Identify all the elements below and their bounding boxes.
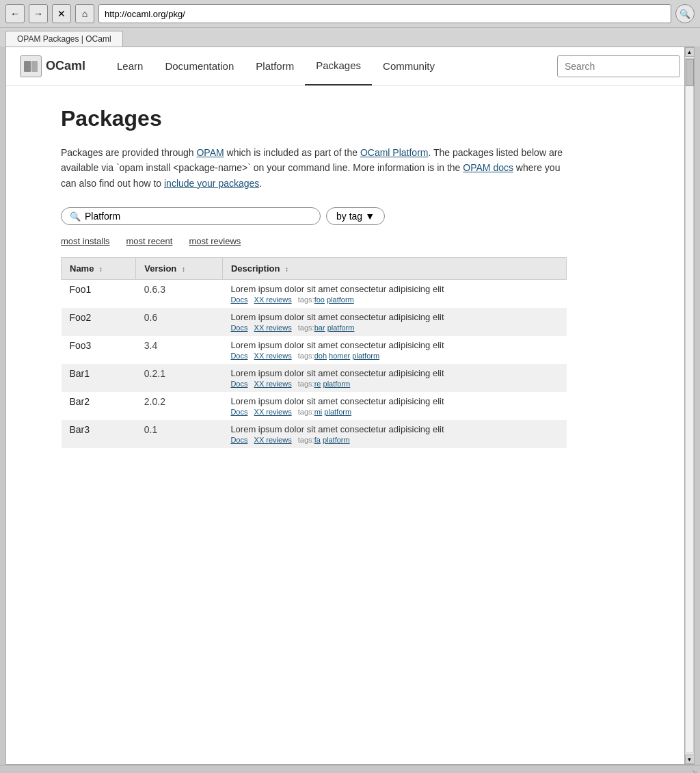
- pkg-name: Bar3: [70, 424, 90, 435]
- tag-link[interactable]: platform: [323, 436, 350, 444]
- back-button[interactable]: ←: [5, 4, 25, 23]
- reviews-link[interactable]: XX reviews: [254, 352, 292, 360]
- scrollbar[interactable]: ▲ ▼: [684, 47, 694, 764]
- logo[interactable]: OCaml: [20, 55, 85, 77]
- browser-search-button[interactable]: 🔍: [675, 4, 695, 23]
- tags-label: tags:: [298, 436, 314, 444]
- opam-link[interactable]: OPAM: [196, 147, 224, 158]
- tag-link[interactable]: bar: [314, 324, 325, 332]
- search-icon: 🔍: [70, 211, 81, 222]
- sort-tab-reviews[interactable]: most reviews: [189, 236, 241, 249]
- home-button[interactable]: ⌂: [75, 4, 94, 23]
- nav-links: Learn Documentation Platform Packages Co…: [106, 47, 557, 86]
- reviews-link[interactable]: XX reviews: [254, 380, 292, 388]
- table-header-row: Name ↕ Version ↕ Description ↕: [62, 258, 567, 280]
- by-tag-label: by tag: [336, 211, 362, 222]
- pkg-version: 0.1: [144, 424, 157, 435]
- scroll-up-arrow[interactable]: ▲: [685, 47, 695, 57]
- pkg-name: Foo3: [70, 340, 92, 351]
- table-row[interactable]: Bar10.2.1 Lorem ipsum dolor sit amet con…: [62, 364, 567, 392]
- docs-link[interactable]: Docs: [230, 296, 247, 304]
- nav-search-input[interactable]: [557, 55, 680, 77]
- nav-link-documentation[interactable]: Documentation: [154, 47, 245, 86]
- table-row[interactable]: Foo20.6 Lorem ipsum dolor sit amet conse…: [62, 308, 567, 336]
- scrollbar-track[interactable]: [685, 58, 694, 753]
- pkg-version: 0.6: [144, 312, 157, 323]
- address-bar[interactable]: [98, 4, 671, 23]
- pkg-name: Foo1: [70, 284, 92, 295]
- resize-handle[interactable]: ↘: [692, 768, 697, 773]
- version-sort-icon: ↕: [182, 265, 185, 273]
- table-row[interactable]: Foo33.4 Lorem ipsum dolor sit amet conse…: [62, 336, 567, 364]
- filter-search-input[interactable]: [85, 211, 312, 222]
- pkg-description: Lorem ipsum dolor sit amet consectetur a…: [230, 340, 558, 350]
- col-name[interactable]: Name ↕: [62, 258, 136, 280]
- svg-rect-0: [24, 61, 31, 72]
- pkg-version: 2.0.2: [144, 396, 165, 407]
- stop-button[interactable]: ✕: [52, 4, 71, 23]
- svg-rect-1: [31, 61, 38, 72]
- table-row[interactable]: Bar30.1 Lorem ipsum dolor sit amet conse…: [62, 420, 567, 448]
- tag-link[interactable]: doh: [314, 352, 327, 360]
- intro-text: Packages are provided through OPAM which…: [61, 145, 567, 191]
- pkg-name: Foo2: [70, 312, 92, 323]
- platform-link[interactable]: OCaml Platform: [360, 147, 429, 158]
- browser-tab[interactable]: OPAM Packages | OCaml: [5, 31, 123, 47]
- pkg-version: 0.6.3: [144, 284, 165, 295]
- docs-link[interactable]: Docs: [230, 380, 247, 388]
- pkg-description: Lorem ipsum dolor sit amet consectetur a…: [230, 424, 558, 434]
- logo-text: OCaml: [46, 59, 85, 73]
- sort-tabs: most installs most recent most reviews: [61, 236, 567, 249]
- nav-link-platform[interactable]: Platform: [245, 47, 305, 86]
- nav-link-packages[interactable]: Packages: [305, 47, 372, 86]
- tag-link[interactable]: homer: [329, 352, 350, 360]
- tags-label: tags:: [298, 296, 314, 304]
- reviews-link[interactable]: XX reviews: [254, 324, 292, 332]
- opam-docs-link[interactable]: OPAM docs: [463, 162, 513, 173]
- docs-link[interactable]: Docs: [230, 352, 247, 360]
- tag-link[interactable]: platform: [323, 380, 351, 388]
- tags-label: tags:: [298, 352, 314, 360]
- pkg-description: Lorem ipsum dolor sit amet consectetur a…: [230, 284, 558, 294]
- include-packages-link[interactable]: include your packages: [164, 178, 259, 189]
- tag-link[interactable]: re: [314, 380, 321, 388]
- sort-tab-recent[interactable]: most recent: [126, 236, 173, 249]
- col-version[interactable]: Version ↕: [136, 258, 223, 280]
- pkg-meta: Docs XX reviews tags:mi platform: [230, 408, 558, 416]
- table-row[interactable]: Bar22.0.2 Lorem ipsum dolor sit amet con…: [62, 392, 567, 420]
- tags-label: tags:: [298, 324, 314, 332]
- tag-link[interactable]: platform: [324, 408, 351, 416]
- docs-link[interactable]: Docs: [230, 324, 247, 332]
- tag-link[interactable]: platform: [352, 352, 379, 360]
- page-title: Packages: [61, 106, 567, 131]
- reviews-link[interactable]: XX reviews: [254, 296, 292, 304]
- tags-label: tags:: [298, 380, 314, 388]
- nav-link-community[interactable]: Community: [372, 47, 446, 86]
- pkg-description: Lorem ipsum dolor sit amet consectetur a…: [230, 368, 558, 378]
- scrollbar-thumb[interactable]: [686, 59, 694, 86]
- tag-link[interactable]: fa: [314, 436, 321, 444]
- desc-sort-icon: ↕: [285, 265, 288, 273]
- tag-link[interactable]: mi: [314, 408, 323, 416]
- by-tag-button[interactable]: by tag ▼: [326, 207, 385, 225]
- pkg-meta: Docs XX reviews tags:foo platform: [230, 296, 558, 304]
- packages-table: Name ↕ Version ↕ Description ↕ Foo10.6.3…: [61, 257, 567, 448]
- forward-button[interactable]: →: [29, 4, 48, 23]
- docs-link[interactable]: Docs: [230, 436, 247, 444]
- dropdown-arrow-icon: ▼: [365, 211, 375, 222]
- bottom-bar: ↘: [0, 765, 700, 773]
- sort-tab-installs[interactable]: most installs: [61, 236, 110, 249]
- reviews-link[interactable]: XX reviews: [254, 408, 292, 416]
- docs-link[interactable]: Docs: [230, 408, 247, 416]
- site-nav: OCaml Learn Documentation Platform Packa…: [6, 47, 694, 86]
- scroll-down-arrow[interactable]: ▼: [685, 755, 695, 764]
- name-sort-icon: ↕: [99, 265, 103, 273]
- col-description[interactable]: Description ↕: [222, 258, 566, 280]
- nav-link-learn[interactable]: Learn: [106, 47, 154, 86]
- tag-link[interactable]: foo: [314, 296, 325, 304]
- reviews-link[interactable]: XX reviews: [254, 436, 292, 444]
- tag-link[interactable]: platform: [327, 324, 355, 332]
- pkg-meta: Docs XX reviews tags:doh homer platform: [230, 352, 558, 360]
- table-row[interactable]: Foo10.6.3 Lorem ipsum dolor sit amet con…: [62, 280, 567, 309]
- tag-link[interactable]: platform: [327, 296, 354, 304]
